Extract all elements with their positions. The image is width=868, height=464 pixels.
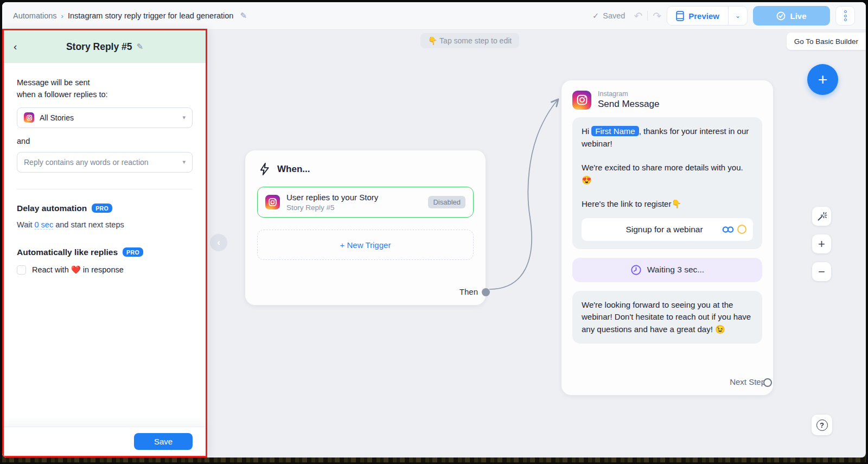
section-divider — [17, 189, 193, 189]
first-name-variable-token[interactable]: First Name — [591, 126, 639, 136]
next-step-label: Next Step — [730, 377, 765, 386]
story-select-value: All Stories — [40, 113, 74, 122]
question-mark-icon: ? — [816, 419, 828, 431]
rename-flow-pencil-icon[interactable]: ✎ — [240, 11, 247, 21]
history-divider — [647, 11, 648, 21]
then-label: Then — [459, 287, 478, 296]
story-reply-trigger-row[interactable]: User replies to your Story Story Reply #… — [257, 187, 474, 218]
delay-automation-section-title: Delay automation PRO — [17, 204, 193, 213]
top-bar: Automations › Instagram story reply trig… — [2, 2, 866, 30]
live-toggle-button[interactable]: Live — [753, 6, 830, 26]
signup-button-label: Signup for a webinar — [588, 223, 722, 236]
chevron-down-icon: ▾ — [182, 158, 186, 166]
next-step-port-icon[interactable] — [763, 378, 772, 387]
link-icon — [722, 226, 734, 233]
auto-arrange-wand-icon[interactable] — [812, 207, 831, 226]
history-controls: ↶ ↷ — [634, 10, 661, 22]
rename-trigger-pencil-icon[interactable]: ✎ — [137, 42, 144, 52]
zoom-in-button[interactable]: + — [812, 234, 831, 253]
when-card-title: When... — [277, 164, 310, 175]
auto-like-section-title: Automatically like replies PRO — [17, 247, 193, 257]
react-heart-checkbox[interactable] — [17, 265, 26, 275]
sidebar-header: ‹ Story Reply #5 ✎ — [4, 30, 206, 63]
breadcrumb-separator-icon: › — [61, 12, 63, 20]
signup-webinar-button[interactable]: Signup for a webinar — [582, 218, 753, 241]
saved-label: Saved — [603, 11, 625, 20]
react-heart-option: React with ❤️ in response — [17, 265, 193, 275]
go-to-basic-builder-button[interactable]: Go To Basic Builder — [787, 33, 866, 50]
wait-delay-chip[interactable]: Waiting 3 sec... — [572, 258, 762, 282]
reply-condition-select[interactable]: Reply contains any words or reaction ▾ — [17, 152, 193, 173]
breadcrumb: Automations › Instagram story reply trig… — [13, 11, 247, 21]
then-output: Then — [459, 287, 478, 296]
and-label: and — [17, 137, 193, 145]
undo-icon[interactable]: ↶ — [634, 10, 642, 22]
disabled-status-badge: Disabled — [428, 196, 465, 208]
next-step-output: Next Step — [730, 377, 765, 386]
lightning-bolt-icon — [258, 162, 271, 176]
trigger-title: User replies to your Story — [286, 193, 378, 202]
breadcrumb-current-flow: Instagram story reply trigger for lead g… — [68, 11, 233, 20]
reply-condition-value: Reply contains any words or reaction — [24, 158, 149, 167]
intro-line-1: Message will be sent — [17, 77, 193, 89]
preview-split-button: Preview ⌄ — [667, 6, 748, 26]
register-line: Here's the link to register👇 — [582, 198, 753, 211]
sidebar-title: Story Reply #5 — [66, 41, 132, 53]
breadcrumb-automations[interactable]: Automations — [13, 11, 57, 20]
preview-label: Preview — [688, 11, 719, 21]
instagram-icon — [24, 112, 34, 123]
pro-badge: PRO — [92, 204, 112, 213]
back-chevron-icon[interactable]: ‹ — [14, 41, 17, 53]
step-title: Send Message — [598, 99, 659, 110]
saved-check-icon: ✓ — [592, 11, 599, 20]
sidebar-collapse-chevron[interactable]: ‹ — [210, 234, 227, 251]
message-bubble-2[interactable]: We're looking forward to seeing you at t… — [572, 291, 762, 344]
zoom-out-button[interactable]: − — [812, 262, 831, 281]
clock-icon — [630, 264, 642, 276]
react-heart-label: React with ❤️ in response — [32, 265, 124, 275]
channel-label: Instagram — [598, 90, 659, 98]
help-button[interactable]: ? — [812, 415, 832, 435]
excited-line: We're excited to share more details with… — [582, 162, 753, 186]
send-message-card[interactable]: Instagram Send Message Hi First Name, th… — [561, 80, 773, 395]
button-port-icon[interactable] — [737, 225, 746, 234]
when-trigger-card[interactable]: When... User replies to your Story Story… — [245, 150, 486, 305]
redo-icon[interactable]: ↷ — [653, 10, 661, 22]
greeting-line: Hi First Name, thanks for your interest … — [582, 125, 753, 150]
live-label: Live — [790, 11, 806, 21]
story-select[interactable]: All Stories ▾ — [17, 107, 193, 128]
new-trigger-button[interactable]: + New Trigger — [257, 230, 474, 260]
intro-line-2: when a follower replies to: — [17, 89, 193, 101]
message-bubble-1[interactable]: Hi First Name, thanks for your interest … — [572, 117, 762, 249]
check-circle-icon — [776, 11, 786, 21]
phone-icon — [676, 11, 684, 21]
wait-setting-line: Wait 0 sec and start next steps — [17, 220, 193, 229]
pro-badge: PRO — [123, 247, 143, 257]
app-window: Automations › Instagram story reply trig… — [2, 2, 866, 457]
wait-chip-label: Waiting 3 sec... — [647, 265, 704, 275]
save-status: ✓ Saved — [592, 11, 625, 20]
instagram-icon — [265, 195, 280, 209]
preview-dropdown-chevron[interactable]: ⌄ — [728, 7, 747, 25]
save-button[interactable]: Save — [134, 433, 193, 450]
wait-duration-link[interactable]: 0 sec — [35, 220, 54, 230]
preview-button[interactable]: Preview — [667, 7, 728, 25]
instagram-icon — [572, 91, 591, 110]
sidebar-body: Message will be sent when a follower rep… — [4, 63, 206, 427]
sidebar-footer: Save — [4, 427, 206, 456]
add-node-button[interactable]: + — [807, 64, 838, 95]
tap-step-hint: 👇 Tap some step to edit — [420, 33, 519, 48]
more-options-kebab-icon[interactable] — [835, 6, 855, 26]
trigger-subtitle: Story Reply #5 — [286, 204, 378, 212]
chevron-down-icon: ▾ — [182, 114, 186, 121]
trigger-settings-sidebar: ‹ Story Reply #5 ✎ Message will be sent … — [2, 29, 207, 457]
then-connector-dot[interactable] — [482, 288, 490, 296]
